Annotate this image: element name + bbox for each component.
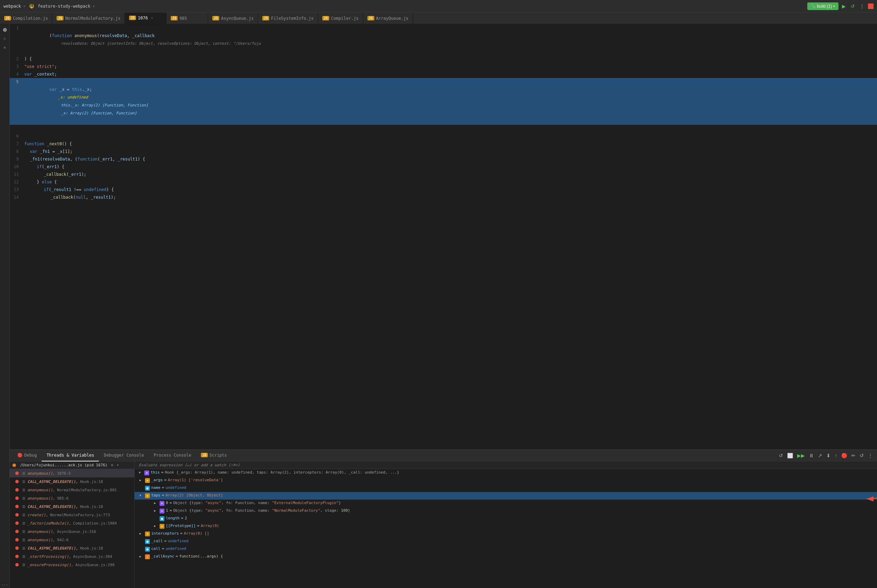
tab-badge-aq: JS <box>367 16 374 21</box>
left-gutter: ⬤ ○ ⊞ ··· <box>0 24 10 588</box>
restart-btn[interactable]: ↺ <box>858 452 865 459</box>
scripts-badge: JS <box>201 453 208 457</box>
stack-loc-5: NormalModuleFactory.js:773 <box>50 513 110 517</box>
expand-interceptors[interactable]: ▶ <box>140 532 144 535</box>
stack-item-7[interactable]: ☰ anonymous(), AsyncQueue.js:316 <box>10 527 134 536</box>
step-out-btn[interactable]: ⬇ <box>825 452 832 459</box>
filter-icon[interactable]: ⚙ <box>111 463 113 467</box>
stop-button[interactable] <box>868 3 874 9</box>
tab-badge-nmf: JS <box>57 16 63 21</box>
stack-item-5[interactable]: ☰ create(), NormalModuleFactory.js:773 <box>10 511 134 519</box>
stack-name-7: anonymous(), <box>27 530 55 534</box>
var-item-prototype[interactable]: ▶ ≡ [[Prototype]] = Array(0) <box>135 522 877 530</box>
step-over-btn[interactable]: ▶▶ <box>796 452 806 459</box>
stack-item-11[interactable]: ☰ _ensureProcessing(), AsyncQueue.js:290 <box>10 561 134 569</box>
expand-args[interactable]: ▶ <box>140 478 144 482</box>
var-item-taps[interactable]: ▼ ≡ taps = Array(2) [Object, Object] <box>135 492 877 500</box>
stop-debug-btn[interactable]: 🔴 <box>840 452 848 459</box>
stack-item-6[interactable]: ☰ _factorizeModule(), Compilation.js:198… <box>10 519 134 527</box>
line-content-2: ) { <box>23 55 877 63</box>
stack-item-10[interactable]: ☰ _startProcessing(), AsyncQueue.js:304 <box>10 552 134 561</box>
tab-filesysteminfo[interactable]: JS FileSystemInfo.js <box>258 12 318 24</box>
return-btn[interactable]: ↑ <box>833 452 838 459</box>
type-icon-interceptors: ≡ <box>145 531 150 536</box>
stack-name-2: anonymous(), <box>27 488 55 492</box>
tab-985[interactable]: JS 985 <box>167 12 208 24</box>
tab-close-1076[interactable]: ✕ <box>151 16 153 20</box>
var-val-call: undefined <box>165 546 186 551</box>
stack-name-9: CALL_ASYNC_DELEGATE(), <box>27 546 78 550</box>
expand-this[interactable]: ▼ <box>139 471 144 474</box>
expand-tap0[interactable]: ▶ <box>154 501 159 505</box>
tab-label-985: 985 <box>179 16 187 21</box>
reload-button[interactable]: ↺ <box>849 3 856 10</box>
tab-normalmodulefactory[interactable]: JS NormalModuleFactory.js <box>53 12 125 24</box>
code-line-10: 10 if(_err1) { <box>10 163 877 171</box>
expand-prototype[interactable]: ▶ <box>154 524 159 528</box>
var-item-length[interactable]: ■ length = 2 <box>135 515 877 522</box>
line-content-12: } else { <box>23 178 877 186</box>
var-item-this[interactable]: ▼ ≡ this = Hook {_args: Array(1), name: … <box>135 469 877 477</box>
step-into-btn[interactable]: ↗ <box>817 452 824 459</box>
code-line-4: 4 var _context; <box>10 70 877 78</box>
var-item-call[interactable]: ■ call = undefined <box>135 545 877 553</box>
stack-item-3[interactable]: ☰ anonymous(), 985:6 <box>10 494 134 502</box>
branch-label: feature-study-webpack <box>38 4 90 9</box>
var-item-args[interactable]: ▶ ≡ _args = Array(1) ['resolveData'] <box>135 477 877 484</box>
tab-debugger-console-label: Debugger Console <box>104 453 144 458</box>
var-item-name[interactable]: ■ name = undefined <box>135 484 877 492</box>
stack-item-2[interactable]: ☰ anonymous(), NormalModuleFactory.js:80… <box>10 486 134 494</box>
breakpoint-dot-11 <box>15 563 19 567</box>
more-debug-btn[interactable]: ⋮ <box>866 452 874 459</box>
expand-_callAsync[interactable]: ▶ <box>140 555 144 558</box>
tab-compilation[interactable]: JS Compilation.js <box>0 12 53 24</box>
breakpoint-dot-3 <box>15 496 19 500</box>
run-button[interactable]: ▶ <box>841 3 847 10</box>
var-key-prototype: [[Prototype]] <box>166 524 196 528</box>
stack-item-0[interactable]: ☰ anonymous(), 1076:5 <box>10 469 134 477</box>
var-item-interceptors[interactable]: ▶ ≡ interceptors = Array(0) [] <box>135 530 877 538</box>
edit-btn[interactable]: ✏ <box>850 452 857 459</box>
tab-compiler[interactable]: JS Compiler.js <box>318 12 363 24</box>
refresh-btn[interactable]: ↺ <box>778 452 784 459</box>
var-key-tap0: 0 <box>166 501 168 505</box>
var-item-tap0[interactable]: ▶ ≡ 0 = Object {type: "async", fn: Funct… <box>135 500 877 507</box>
tab-1076[interactable]: JS 1076 ✕ <box>125 12 167 24</box>
more-button[interactable]: ⋮ <box>858 3 866 10</box>
build-icon: 🔧 <box>811 4 815 8</box>
stack-item-9[interactable]: ☰ CALL_ASYNC_DELEGATE(), Hook.js:18 <box>10 544 134 552</box>
tab-process-console[interactable]: Process Console <box>149 450 196 462</box>
tab-debug[interactable]: 🔴 Debug <box>12 450 42 462</box>
breakpoint-dot-8 <box>15 538 19 542</box>
expand-tap1[interactable]: ▶ <box>154 509 159 512</box>
type-icon-length: ■ <box>159 516 164 521</box>
call-stack-header: /Users/fujunkui......ack.js (pid 1676) ⚙… <box>10 462 134 469</box>
breakpoint-dot-10 <box>15 555 19 558</box>
var-eq-taps: = <box>162 493 164 498</box>
var-item-_call[interactable]: ■ _call = undefined <box>135 538 877 545</box>
dropdown-icon[interactable]: ▾ <box>117 463 119 467</box>
stack-item-1[interactable]: ☰ CALL_ASYNC_DELEGATE(), Hook.js:18 <box>10 477 134 486</box>
record-btn[interactable]: ⬜ <box>786 452 794 459</box>
tab-threads-variables[interactable]: Threads & Variables <box>42 450 99 462</box>
tab-scripts[interactable]: JS Scripts <box>196 450 232 462</box>
var-item-_callAsync[interactable]: ▶ ⚠ _callAsync = function(...args) { <box>135 553 877 561</box>
code-line-6: 6 <box>10 132 877 140</box>
breakpoint-dot-0 <box>15 471 19 475</box>
stack-item-4[interactable]: ☰ CALL_ASYNC_DELEGATE(), Hook.js:18 <box>10 502 134 511</box>
tab-debugger-console[interactable]: Debugger Console <box>99 450 149 462</box>
tab-label-asyncqueue: AsyncQueue.js <box>221 16 254 21</box>
line-content-4: var _context; <box>23 70 877 78</box>
build-button[interactable]: 🔧 build (1) ▾ <box>807 2 838 10</box>
var-eq-interceptors: = <box>180 531 182 536</box>
tab-debug-label: Debug <box>24 453 37 458</box>
tab-arrayqueue[interactable]: JS ArrayQueue.js <box>363 12 413 24</box>
pause-btn[interactable]: ⏸ <box>808 452 815 459</box>
var-item-tap1[interactable]: ▶ ≡ 1 = Object {type: "async", fn: Funct… <box>135 507 877 515</box>
stack-loc-8: 942:6 <box>57 538 68 542</box>
tab-asyncqueue[interactable]: JS AsyncQueue.js <box>208 12 258 24</box>
stack-item-8[interactable]: ☰ anonymous(), 942:6 <box>10 536 134 544</box>
eval-placeholder: Evaluate expression (↵) or add a watch (… <box>139 463 240 467</box>
expand-taps[interactable]: ▼ <box>140 494 144 497</box>
type-icon-name: ■ <box>145 486 150 490</box>
